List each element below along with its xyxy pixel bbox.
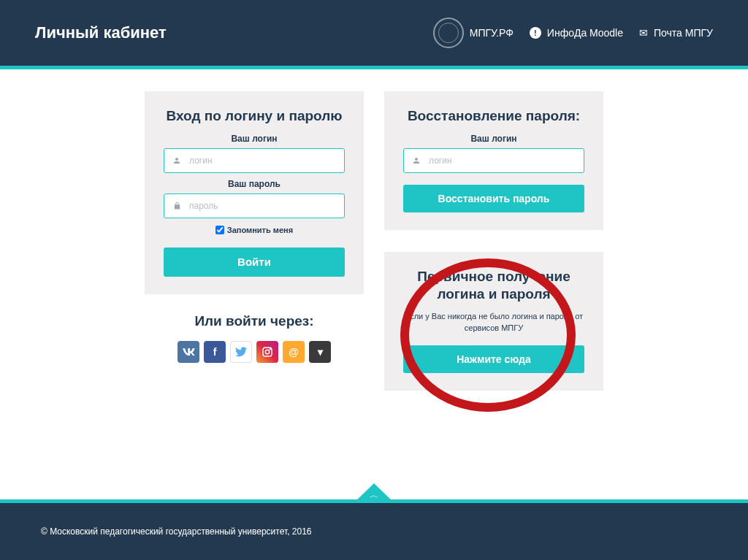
login-password-input[interactable] xyxy=(189,201,344,211)
recover-login-label: Ваш логин xyxy=(403,134,584,144)
nav-mail[interactable]: ✉ Почта МПГУ xyxy=(639,27,713,39)
recover-submit-button[interactable]: Восстановить пароль xyxy=(403,185,584,212)
login-username-input[interactable] xyxy=(189,156,344,166)
svg-point-1 xyxy=(265,350,269,353)
info-icon: ! xyxy=(530,27,541,39)
login-username-label: Ваш логин xyxy=(164,134,345,144)
remember-me[interactable]: Запомнить меня xyxy=(164,226,345,234)
header: Личный кабинет МПГУ.РФ ! ИнфоДа Moodle ✉… xyxy=(0,0,748,66)
obtain-submit-button[interactable]: Нажмите сюда xyxy=(403,345,584,373)
login-password-label: Ваш пароль xyxy=(164,179,345,189)
login-card: Вход по логину и паролю Ваш логин Ваш па… xyxy=(145,91,364,294)
recover-login-input[interactable] xyxy=(429,156,584,166)
more-options-icon[interactable]: ▾ xyxy=(309,341,331,363)
login-password-wrap xyxy=(164,193,345,218)
obtain-title: Первичное получение логина и пароля xyxy=(403,268,584,303)
remember-checkbox[interactable] xyxy=(215,226,224,234)
footer: © Московский педагогический государствен… xyxy=(0,503,748,560)
main-content: Вход по логину и паролю Ваш логин Ваш па… xyxy=(0,69,748,391)
login-username-wrap xyxy=(164,148,345,173)
obtain-subtext: Если у Вас никогда не было логина и паро… xyxy=(403,311,584,334)
footer-copyright: © Московский педагогический государствен… xyxy=(41,526,312,537)
mailru-icon[interactable]: @ xyxy=(283,341,305,363)
login-title: Вход по логину и паролю xyxy=(164,107,345,125)
accent-bar-bottom: ︿ xyxy=(0,499,748,503)
login-submit-button[interactable]: Войти xyxy=(164,248,345,277)
svg-point-2 xyxy=(270,348,270,349)
remember-label: Запомнить меня xyxy=(227,226,293,234)
recover-login-wrap xyxy=(403,148,584,173)
nav-mail-label: Почта МПГУ xyxy=(654,27,713,39)
header-nav: МПГУ.РФ ! ИнфоДа Moodle ✉ Почта МПГУ xyxy=(433,18,713,48)
nav-site[interactable]: МПГУ.РФ xyxy=(433,18,514,48)
university-logo-icon xyxy=(433,18,464,48)
instagram-icon[interactable] xyxy=(256,341,278,363)
vk-icon[interactable] xyxy=(178,341,199,363)
nav-site-label: МПГУ.РФ xyxy=(470,27,514,39)
scroll-top-button[interactable]: ︿ xyxy=(354,483,394,503)
recover-card: Восстановление пароля: Ваш логин Восстан… xyxy=(384,91,603,230)
nav-moodle[interactable]: ! ИнфоДа Moodle xyxy=(530,27,623,39)
user-icon xyxy=(164,156,189,165)
footer-wrap: ︿ © Московский педагогический государств… xyxy=(0,499,748,560)
left-column: Вход по логину и паролю Ваш логин Ваш па… xyxy=(145,91,364,391)
lock-icon xyxy=(164,202,189,210)
nav-moodle-label: ИнфоДа Moodle xyxy=(547,27,623,39)
social-row: f @ ▾ xyxy=(145,341,364,363)
twitter-icon[interactable] xyxy=(230,341,252,363)
page-title: Личный кабинет xyxy=(35,23,167,42)
facebook-icon[interactable]: f xyxy=(204,341,226,363)
user-icon xyxy=(404,156,429,165)
social-login-title: Или войти через: xyxy=(145,313,364,329)
right-column: Восстановление пароля: Ваш логин Восстан… xyxy=(384,91,603,391)
mail-icon: ✉ xyxy=(639,27,648,39)
obtain-card: Первичное получение логина и пароля Если… xyxy=(384,252,603,391)
recover-title: Восстановление пароля: xyxy=(403,107,584,125)
